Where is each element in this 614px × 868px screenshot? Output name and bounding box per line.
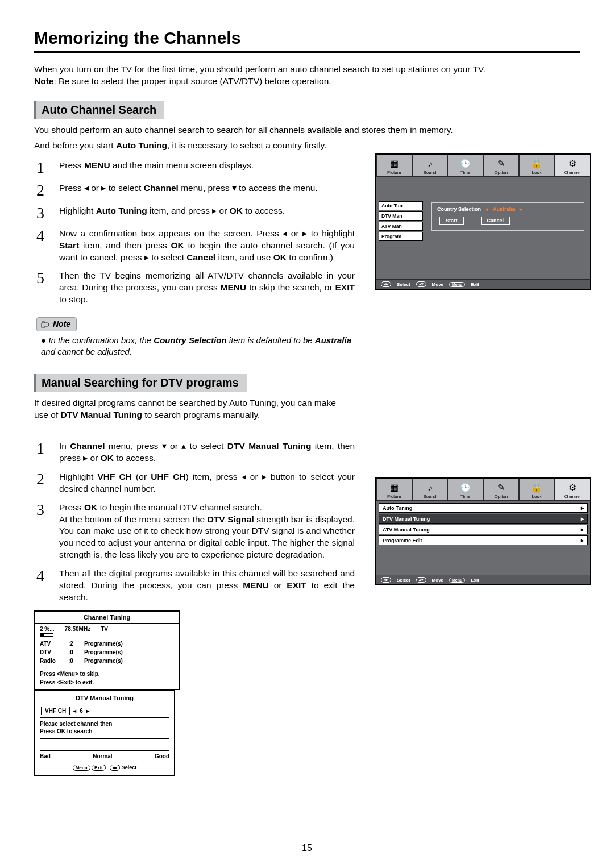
left-right-icon: ◂▸ bbox=[110, 765, 120, 771]
tv1-footer: ◂▸Select ▴▾Move MenuExit bbox=[376, 279, 590, 289]
tv-tab-picture[interactable]: ▦Picture bbox=[376, 155, 412, 177]
intro-note-text: : Be sure to select the proper input sou… bbox=[53, 76, 331, 86]
tv-tab-time[interactable]: 🕑Time bbox=[447, 479, 483, 501]
chevron-right-icon: ▸ bbox=[581, 516, 584, 522]
tv1-side-item[interactable]: ATV Man bbox=[379, 222, 423, 231]
section1-p1: You should perform an auto channel searc… bbox=[34, 124, 580, 136]
tv-tab-channel[interactable]: ⚙Channel bbox=[554, 479, 590, 501]
page-number: 15 bbox=[0, 843, 614, 853]
tab-icon: ⚙ bbox=[555, 481, 590, 494]
left-right-icon: ◂▸ bbox=[381, 577, 391, 583]
tab-icon: 🔒 bbox=[520, 157, 554, 170]
tv-tab-lock[interactable]: 🔒Lock bbox=[519, 479, 555, 501]
step-text: Then the TV begins memorizing all ATV/DT… bbox=[59, 270, 355, 306]
step-text: Press MENU and the main menu screen disp… bbox=[59, 160, 254, 176]
tab-icon: ▦ bbox=[377, 481, 412, 494]
tv-tab-lock[interactable]: 🔒Lock bbox=[519, 155, 555, 177]
tv1-tab-row: ▦Picture♪Sound🕑Time✎Option🔒Lock⚙Channel bbox=[376, 155, 590, 177]
tv2-mode: TV bbox=[101, 626, 108, 632]
tv3-tab-row: ▦Picture♪Sound🕑Time✎Option🔒Lock⚙Channel bbox=[376, 479, 590, 501]
tv-tab-sound[interactable]: ♪Sound bbox=[412, 155, 448, 177]
popup-country-value: Australia bbox=[493, 206, 515, 212]
tv4-select-label: Select bbox=[122, 765, 137, 770]
tv-dtv-manual-tuning: DTV Manual Tuning VHF CH ◂ 6 ▸ Please se… bbox=[34, 690, 175, 776]
label-good: Good bbox=[155, 753, 169, 759]
chevron-right-icon: ▸ bbox=[581, 537, 584, 543]
tab-icon: ▦ bbox=[377, 157, 412, 170]
section2-p1: If desired digital programs cannot be se… bbox=[34, 397, 352, 421]
step-number: 3 bbox=[34, 205, 59, 221]
tv-tab-option[interactable]: ✎Option bbox=[483, 155, 519, 177]
up-down-icon: ▴▾ bbox=[416, 577, 426, 583]
step-text: Highlight VHF CH (or UHF CH) item, press… bbox=[59, 471, 355, 495]
tv2-title: Channel Tuning bbox=[35, 612, 179, 623]
intro-line1: When you turn on the TV for the first ti… bbox=[34, 64, 486, 74]
tv3-menu-item[interactable]: ATV Manual Tuning▸ bbox=[379, 525, 588, 534]
tab-icon: 🕑 bbox=[448, 157, 483, 170]
step-number: 4 bbox=[34, 568, 59, 604]
left-arrow-icon[interactable]: ◂ bbox=[73, 708, 76, 714]
pointing-hand-icon bbox=[40, 321, 51, 329]
section1-p2: And before you start Auto Tuning, it is … bbox=[34, 140, 580, 152]
step-number: 2 bbox=[34, 471, 59, 495]
step-number: 4 bbox=[34, 228, 59, 264]
menu-pill: Menu bbox=[449, 578, 465, 583]
tv3-menu-item[interactable]: Auto Tuning▸ bbox=[379, 503, 588, 513]
tv-tab-option[interactable]: ✎Option bbox=[483, 479, 519, 501]
tab-icon: ⚙ bbox=[555, 157, 590, 170]
tv-tab-sound[interactable]: ♪Sound bbox=[412, 479, 448, 501]
chevron-right-icon: ▸ bbox=[581, 526, 584, 533]
tv4-title: DTV Manual Tuning bbox=[40, 695, 169, 701]
cancel-button[interactable]: Cancel bbox=[481, 217, 511, 225]
step-text: Highlight Auto Tuning item, and press ▸ … bbox=[59, 205, 285, 221]
tab-icon: 🔒 bbox=[520, 481, 554, 494]
tv-menu-country-selection: ▦Picture♪Sound🕑Time✎Option🔒Lock⚙Channel … bbox=[375, 153, 591, 290]
menu-pill: Menu bbox=[449, 282, 465, 287]
tv3-footer: ◂▸Select ▴▾Move MenuExit bbox=[376, 575, 590, 584]
step-number: 1 bbox=[34, 441, 59, 464]
step-number: 1 bbox=[34, 160, 59, 176]
label-normal: Normal bbox=[93, 753, 112, 759]
step-number: 5 bbox=[34, 270, 59, 306]
progress-bar bbox=[40, 633, 53, 637]
chevron-right-icon: ▸ bbox=[581, 505, 584, 511]
section-auto-channel-search-heading: Auto Channel Search bbox=[34, 101, 164, 119]
popup-country-label: Country Selection bbox=[437, 206, 481, 212]
step-text: Press ◂ or ▸ to select Channel menu, pre… bbox=[59, 182, 318, 198]
step-text: Press OK to begin the manual DTV channel… bbox=[59, 502, 355, 562]
section-manual-dtv-heading: Manual Searching for DTV programs bbox=[34, 374, 247, 392]
tv2-skip: Press <Menu> to skip. bbox=[35, 670, 179, 678]
tv2-programme-row: ATV:2Programme(s) bbox=[35, 639, 179, 648]
tv4-band: VHF CH bbox=[41, 707, 70, 715]
tv2-percent: 2 %... bbox=[40, 626, 55, 632]
section1-note: In the confirmation box, the Country Sel… bbox=[41, 335, 359, 357]
note-label-text: Note bbox=[53, 319, 70, 330]
tv4-msg: Please select channel then Press OK to s… bbox=[40, 720, 169, 735]
tv-tab-time[interactable]: 🕑Time bbox=[447, 155, 483, 177]
intro-text: When you turn on the TV for the first ti… bbox=[34, 64, 580, 88]
tv1-side-item[interactable]: DTV Man bbox=[379, 211, 423, 221]
label-bad: Bad bbox=[40, 753, 51, 759]
tv1-side-menu: Auto TunDTV ManATV ManProgram bbox=[379, 200, 423, 242]
right-arrow-icon[interactable]: ▸ bbox=[86, 708, 89, 714]
step-text: Then all the digital programs available … bbox=[59, 568, 355, 604]
tv3-menu-item[interactable]: DTV Manual Tuning▸ bbox=[379, 514, 588, 524]
tv-tab-picture[interactable]: ▦Picture bbox=[376, 479, 412, 501]
tv1-side-item[interactable]: Program bbox=[379, 232, 423, 241]
step-text: Now a confirmation box appears on the sc… bbox=[59, 228, 355, 264]
exit-pill: Exit bbox=[92, 765, 106, 771]
tab-icon: ✎ bbox=[484, 481, 518, 494]
tv-tab-channel[interactable]: ⚙Channel bbox=[554, 155, 590, 177]
note-label: Note bbox=[36, 317, 77, 331]
tv2-freq: 78.50MHz bbox=[65, 626, 91, 632]
tv1-popup: Country Selection ◂ Australia ▸ Start Ca… bbox=[431, 202, 584, 231]
left-right-icon: ◂▸ bbox=[381, 281, 391, 287]
step-number: 3 bbox=[34, 502, 59, 562]
tab-icon: ✎ bbox=[484, 157, 518, 170]
tv3-menu-list: Auto Tuning▸DTV Manual Tuning▸ATV Manual… bbox=[376, 501, 590, 549]
tv3-menu-item[interactable]: Programme Edit▸ bbox=[379, 535, 588, 545]
tv-channel-tuning-progress: Channel Tuning 2 %... 78.50MHz TV ATV:2P… bbox=[34, 610, 180, 690]
menu-pill: Menu bbox=[73, 765, 90, 771]
start-button[interactable]: Start bbox=[439, 217, 464, 225]
tv1-side-item[interactable]: Auto Tun bbox=[379, 201, 423, 210]
